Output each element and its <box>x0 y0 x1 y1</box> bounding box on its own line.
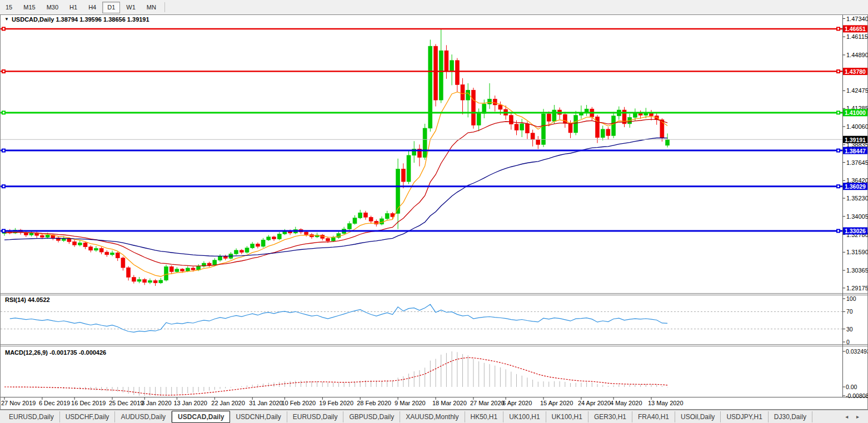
svg-text:1.38447: 1.38447 <box>845 148 866 154</box>
svg-text:15 Apr 2020: 15 Apr 2020 <box>540 400 573 406</box>
timeframe-button-15[interactable]: 15 <box>1 2 17 13</box>
svg-text:1.33026: 1.33026 <box>845 228 866 234</box>
price-chart-canvas[interactable]: 1.473401.461151.448901.424751.412851.400… <box>0 0 868 423</box>
svg-text:6 Dec 2019: 6 Dec 2019 <box>39 400 70 406</box>
timeframe-button-m15[interactable]: M15 <box>18 2 40 13</box>
chart-dropdown-icon[interactable]: ▼ <box>4 17 9 22</box>
symbol-tab-audusd-daily[interactable]: AUDUSD,Daily <box>115 411 172 422</box>
svg-text:25 Dec 2019: 25 Dec 2019 <box>109 400 143 406</box>
svg-text:30: 30 <box>846 326 853 333</box>
symbol-tab-ger30-h1[interactable]: GER30,H1 <box>588 411 632 422</box>
svg-text:28 Feb 2020: 28 Feb 2020 <box>357 400 391 406</box>
symbol-tab-usdcnh-daily[interactable]: USDCNH,Daily <box>230 411 287 422</box>
symbol-tab-eurusd-daily[interactable]: EURUSD,Daily <box>287 411 344 422</box>
svg-text:1.37645: 1.37645 <box>846 159 868 166</box>
symbol-tab-hk50-h1[interactable]: HK50,H1 <box>465 411 504 422</box>
symbol-tab-dj30-daily[interactable]: DJ30,Daily <box>769 411 812 422</box>
svg-text:0: 0 <box>846 339 850 345</box>
chart-title[interactable]: ▼USDCAD,Daily 1.38794 1.39596 1.38656 1.… <box>4 16 149 23</box>
symbol-tab-uk100-h1[interactable]: UK100,H1 <box>546 411 588 422</box>
rsi-indicator-label: RSI(14) 44.0522 <box>5 296 50 303</box>
svg-text:1.42475: 1.42475 <box>846 87 868 94</box>
chart-symbol-label: USDCAD,Daily <box>12 16 54 23</box>
svg-text:27 Nov 2019: 27 Nov 2019 <box>1 400 36 406</box>
timeframe-button-m30[interactable]: M30 <box>42 2 63 13</box>
svg-text:24 Apr 2020: 24 Apr 2020 <box>578 400 611 406</box>
svg-text:31 Jan 2020: 31 Jan 2020 <box>249 400 283 406</box>
svg-text:9 Mar 2020: 9 Mar 2020 <box>395 400 426 406</box>
svg-text:1.44890: 1.44890 <box>846 52 868 58</box>
svg-text:1.35230: 1.35230 <box>846 195 868 202</box>
symbol-tab-fra40-h1[interactable]: FRA40,H1 <box>632 411 675 422</box>
symbol-tab-uk100-h1[interactable]: UK100,H1 <box>503 411 546 422</box>
svg-text:0.00: 0.00 <box>846 384 857 390</box>
symbol-tab-usdchf-daily[interactable]: USDCHF,Daily <box>60 411 116 422</box>
timeframe-button-h4[interactable]: H4 <box>83 2 101 13</box>
svg-text:22 Jan 2020: 22 Jan 2020 <box>211 400 245 406</box>
svg-text:16 Dec 2019: 16 Dec 2019 <box>71 400 106 406</box>
svg-text:1.40060: 1.40060 <box>846 123 868 130</box>
svg-text:3 Jan 2020: 3 Jan 2020 <box>141 400 171 406</box>
symbol-tab-xauusd-monthly[interactable]: XAUUSD,Monthly <box>400 411 465 422</box>
svg-text:1.36029: 1.36029 <box>845 183 866 190</box>
svg-text:27 Mar 2020: 27 Mar 2020 <box>470 400 505 406</box>
svg-text:4 May 2020: 4 May 2020 <box>610 400 642 406</box>
svg-text:-0.008086: -0.008086 <box>846 392 868 399</box>
timeframe-button-w1[interactable]: W1 <box>121 2 141 13</box>
svg-text:1.29175: 1.29175 <box>846 285 868 291</box>
macd-indicator-label: MACD(12,26,9) -0.001735 -0.000426 <box>5 349 106 356</box>
svg-text:18 Mar 2020: 18 Mar 2020 <box>432 400 467 406</box>
svg-text:1.31590: 1.31590 <box>846 249 868 255</box>
symbol-tab-gbpusd-daily[interactable]: GBPUSD,Daily <box>343 411 400 422</box>
svg-text:1.34005: 1.34005 <box>846 213 868 220</box>
svg-text:1.47340: 1.47340 <box>846 16 868 22</box>
svg-text:1.43780: 1.43780 <box>845 68 866 75</box>
svg-text:1.30365: 1.30365 <box>846 267 868 274</box>
chart-ohlc-quote: 1.38794 1.39596 1.38656 1.39191 <box>54 16 149 23</box>
symbol-tabbar: EURUSD,DailyUSDCHF,DailyAUDUSD,DailyUSDC… <box>0 410 868 423</box>
svg-text:1.46651: 1.46651 <box>845 26 866 32</box>
svg-text:19 Feb 2020: 19 Feb 2020 <box>319 400 353 406</box>
svg-text:1.41000: 1.41000 <box>845 109 866 116</box>
svg-text:1.39191: 1.39191 <box>845 137 866 143</box>
svg-text:70: 70 <box>846 308 853 315</box>
symbol-tab-usoil-daily[interactable]: USOil,Daily <box>675 411 721 422</box>
svg-text:10 Feb 2020: 10 Feb 2020 <box>281 400 316 406</box>
svg-text:13 May 2020: 13 May 2020 <box>648 400 684 406</box>
timeframe-button-h1[interactable]: H1 <box>64 2 82 13</box>
timeframe-toolbar: 15M15M30H1H4D1W1MN <box>0 0 868 14</box>
timeframe-button-mn[interactable]: MN <box>142 2 161 13</box>
symbol-tab-eurusd-daily[interactable]: EURUSD,Daily <box>3 411 60 422</box>
symbol-tab-usdcad-daily[interactable]: USDCAD,Daily <box>172 411 230 423</box>
svg-text:1.46115: 1.46115 <box>846 33 868 40</box>
svg-text:13 Jan 2020: 13 Jan 2020 <box>173 400 207 406</box>
timeframe-button-d1[interactable]: D1 <box>102 2 120 13</box>
svg-text:6 Apr 2020: 6 Apr 2020 <box>502 400 532 406</box>
svg-text:100: 100 <box>846 295 856 302</box>
toolbar-separator <box>164 2 165 12</box>
svg-text:0.032493: 0.032493 <box>846 348 868 355</box>
symbol-tab-usdjpy-h1[interactable]: USDJPY,H1 <box>721 411 768 422</box>
tabbar-scroll-arrows-icon[interactable]: ◂ ▸ <box>845 414 868 420</box>
